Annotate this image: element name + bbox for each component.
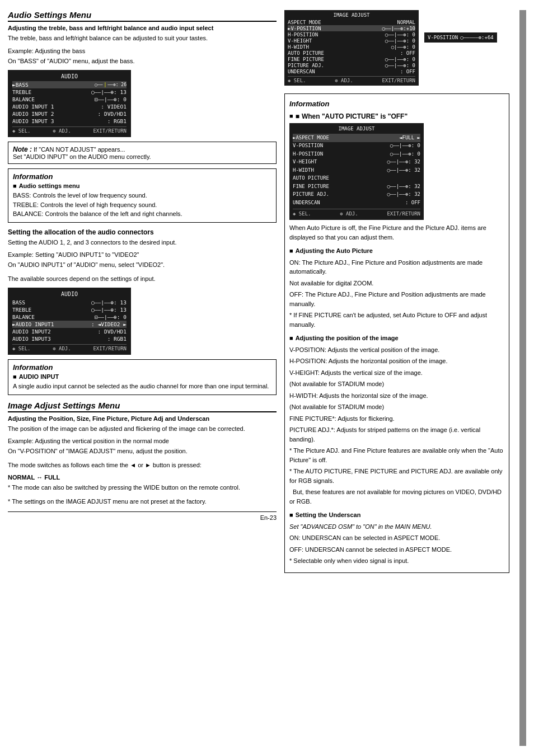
example3-body: On "V-POSITION" of "IMAGE ADJUST" menu, … (8, 447, 277, 456)
audio-menu2-row-bass: BASS ○——|——⊕: 13 (12, 299, 127, 306)
audio-menu1-row-balance: BALANCE ⊡——|——⊕: 0 (12, 96, 127, 103)
example1-label: Example: Adjusting the bass (8, 48, 277, 54)
heading-underscan: Setting the Underscan (289, 510, 504, 520)
img-full-fine: FINE PICTURE○——|——⊕: 32 (293, 182, 420, 191)
heading-position: Adjusting the position of the image (289, 334, 504, 343)
img-full-footer: ◈ SEL.⊕ ADJ.EXIT/RETURN (293, 209, 420, 218)
note1: * The mode can also be switched by press… (8, 483, 277, 492)
note-body2: Set "AUDIO INPUT" on the AUDIO menu corr… (13, 153, 151, 160)
note-body: If "CAN NOT ADJUST" appears... (34, 146, 125, 153)
img-full-underscan: UNDERSCAN: OFF (293, 199, 420, 207)
alloc-body: Setting the AUDIO 1, 2, and 3 connectors… (8, 238, 277, 247)
page-number: En-23 (8, 511, 277, 521)
audio-menu2-row-balance: BALANCE ⊡——|——⊕: 0 (12, 313, 127, 321)
image-adjust-full-screen: IMAGE ADJUST ►ASPECT MODE◄FULL ► V-POSIT… (289, 123, 424, 220)
audio-settings-title: Audio Settings Menu (8, 10, 277, 22)
example3-label: Example: Adjusting the vertical position… (8, 438, 277, 444)
note-box: Note : If "CAN NOT ADJUST" appears... Se… (8, 142, 277, 164)
audio-menu1-row-treble: TREBLE ○——|——⊕: 13 (12, 88, 127, 96)
heading-auto-picture: Adjusting the Auto Picture (289, 246, 504, 256)
img-top-footer: ◈ SEL.⊕ ADJ.EXIT/RETURN (288, 76, 415, 83)
audio-menu-screen-2: AUDIO BASS ○——|——⊕: 13 TREBLE ○——|——⊕: 1… (8, 288, 131, 355)
img-full-hwidth: H-WIDTH○——|——⊕: 32 (293, 166, 420, 175)
image-adjust-body1: The position of the image can be adjuste… (8, 424, 277, 434)
img-hwidth: H-WIDTH○|——⊕: 0 (288, 44, 415, 50)
audio-menu2-row-input1: ►AUDIO INPUT1 : ◄VIDEO2 ► (12, 321, 127, 328)
alloc-heading: Setting the allocation of the audio conn… (8, 228, 277, 236)
img-top-title: IMAGE ADJUST (288, 12, 415, 18)
right-column: IMAGE ADJUST ASPECT MODENORMAL ►V-POSITI… (284, 10, 509, 746)
audio-menu2-row-input2: AUDIO INPUT2 : DVD/HD1 (12, 328, 127, 335)
audio-menu2-row-input3: AUDIO INPUT3 : RGB1 (12, 335, 127, 342)
example3-body2: The mode switches as follows each time t… (8, 461, 277, 470)
right-sidebar-bar (519, 10, 526, 746)
img-aspect: ASPECT MODENORMAL (288, 19, 415, 25)
auto-picture-body: When Auto Picture is off, the Fine Pictu… (289, 223, 504, 242)
img-full-auto: AUTO PICTURE (293, 175, 420, 183)
image-adjust-top-screen: IMAGE ADJUST ASPECT MODENORMAL ►V-POSITI… (284, 10, 419, 86)
img-full-vpos: V-POSITION○——|——⊕: 0 (293, 142, 420, 151)
img-full-title: IMAGE ADJUST (293, 125, 420, 133)
audio-menu2-footer: ◈ SEL. ⊕ ADJ. EXIT/RETURN (12, 344, 127, 351)
img-full-aspect: ►ASPECT MODE◄FULL ► (293, 134, 420, 142)
body-position: V-POSITION: Adjusts the vertical positio… (289, 345, 504, 506)
example2-body2: The available sources depend on the sett… (8, 274, 277, 284)
img-full-picadj: PICTURE ADJ.○——|——⊕: 32 (293, 191, 420, 199)
info2-section: AUDIO INPUT (13, 373, 271, 380)
img-underscan: UNDERSCAN: OFF (288, 68, 415, 74)
right-info-when: ■When "AUTO PICTURE" is "OFF" (289, 111, 504, 121)
img-vpos: ►V-POSITION○——|——⊕:+10 (288, 25, 415, 31)
vposition-indicator: V-POSITION ○—————⊕:+64 (424, 32, 497, 43)
audio-menu2-row-treble: TREBLE ○——|——⊕: 13 (12, 306, 127, 313)
normal-full: NORMAL ↔ FULL (8, 474, 277, 481)
example2-body: On "AUDIO INPUT1" of "AUDIO" menu, selec… (8, 260, 277, 270)
audio-settings-body: The treble, bass and left/right balance … (8, 34, 277, 43)
audio-menu1-row-input3: AUDIO INPUT 3 : RGB1 (12, 118, 127, 125)
right-info-box: Information ■When "AUTO PICTURE" is "OFF… (284, 93, 509, 573)
info1-body: BASS: Controls the level of low frequenc… (13, 191, 271, 219)
audio-menu1-row-bass: ►BASS ○—— | ——⊕: 26 (12, 81, 127, 88)
audio-menu-screen-1: AUDIO ►BASS ○—— | ——⊕: 26 TREBLE ○——|——⊕… (8, 70, 131, 137)
info-box-1: Information Audio settings menu BASS: Co… (8, 168, 277, 223)
image-adjust-title: Image Adjust Settings Menu (8, 401, 277, 412)
note-title: Note : (13, 145, 32, 153)
info-box-2: Information AUDIO INPUT A single audio i… (8, 359, 277, 395)
audio-menu1-title: AUDIO (12, 73, 127, 79)
right-info-title: Information (289, 98, 504, 110)
body-auto-picture: ON: The Picture ADJ., Fine Picture and P… (289, 258, 504, 330)
audio-menu1-footer: ◈ SEL. ⊕ ADJ. EXIT/RETURN (12, 126, 127, 134)
audio-menu1-row-input1: AUDIO INPUT 1 : VIDEO1 (12, 103, 127, 110)
img-full-vheight: V-HEIGHT○——|——⊕: 32 (293, 158, 420, 167)
example2-label: Example: Setting "AUDIO INPUT1" to "VIDE… (8, 251, 277, 258)
note2: * The settings on the IMAGE ADJUST menu … (8, 497, 277, 506)
info1-section: Audio settings menu (13, 182, 271, 189)
info2-body: A single audio input cannot be selected … (13, 382, 271, 391)
body-underscan: Set "ADVANCED OSM" to "ON" in the MAIN M… (289, 522, 504, 566)
img-vheight: V-HEIGHT○——|——⊕: 0 (288, 37, 415, 44)
img-hpos: H-POSITION○——|——⊕: 0 (288, 31, 415, 37)
audio-settings-subtitle: Adjusting the treble, bass and left/righ… (8, 25, 277, 31)
img-picadj: PICTURE ADJ.○——|——⊕: 0 (288, 62, 415, 68)
img-full-hpos: H-POSITION○——|——⊕: 0 (293, 150, 420, 158)
info1-title: Information (13, 172, 271, 181)
img-auto: AUTO PICTURE: OFF (288, 50, 415, 56)
info2-title: Information (13, 363, 271, 372)
example1-body: On "BASS" of "AUDIO" menu, adjust the ba… (8, 57, 277, 66)
img-fine: FINE PICTURE○——|——⊕: 0 (288, 56, 415, 62)
audio-menu2-title: AUDIO (12, 291, 127, 297)
image-adjust-subtitle: Adjusting the Position, Size, Fine Pictu… (8, 415, 277, 422)
audio-menu1-row-input2: AUDIO INPUT 2 : DVD/HD1 (12, 110, 127, 118)
left-column: Audio Settings Menu Adjusting the treble… (8, 10, 277, 746)
